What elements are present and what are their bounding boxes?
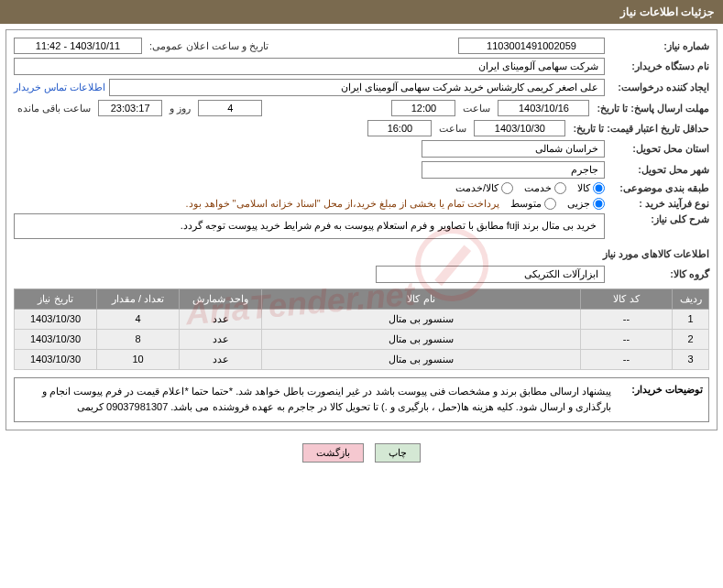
buyer-desc-text: پیشنهاد ارسالی مطابق برند و مشخصات فنی پ… <box>20 384 611 416</box>
th-date: تاریخ نیاز <box>15 289 97 309</box>
goods-info-title: اطلاعات کالاهای مورد نیاز <box>14 248 709 260</box>
summary-label: شرح کلی نیاز: <box>608 213 709 225</box>
th-code: کد کالا <box>581 289 673 309</box>
requester-value: علی اصغر کریمی کارشناس خرید شرکت سهامی آ… <box>109 79 605 96</box>
radio-partial-label: جزیی <box>567 198 590 210</box>
cell-code: -- <box>581 309 673 329</box>
cell-date: 1403/10/30 <box>15 329 97 349</box>
radio-partial[interactable]: جزیی <box>567 198 605 210</box>
table-row: 1--سنسور بی متالعدد41403/10/30 <box>15 309 709 329</box>
cell-unit: عدد <box>180 309 262 329</box>
table-row: 2--سنسور بی متالعدد81403/10/30 <box>15 329 709 349</box>
city-value: جاجرم <box>422 161 605 179</box>
content-panel: شماره نیاز: 1103001491002059 تاریخ و ساع… <box>5 29 718 430</box>
radio-medium-label: متوسط <box>510 198 542 210</box>
reply-deadline-label: مهلت ارسال پاسخ: تا تاریخ: <box>593 103 709 114</box>
process-radio-group: جزیی متوسط <box>510 198 605 210</box>
page-header: جزئیات اطلاعات نیاز <box>0 0 723 24</box>
buyer-desc-label: توضیحات خریدار: <box>611 384 703 416</box>
province-label: استان محل تحویل: <box>608 143 709 155</box>
cell-name: سنسور بی متال <box>262 329 581 349</box>
cell-qty: 4 <box>97 309 180 329</box>
hours-left: 23:03:17 <box>98 100 162 116</box>
cell-code: -- <box>581 349 673 369</box>
cell-code: -- <box>581 329 673 349</box>
announce-label: تاریخ و ساعت اعلان عمومی: <box>146 40 272 52</box>
days-label: روز و <box>166 103 194 114</box>
cell-name: سنسور بی متال <box>262 309 581 329</box>
buyer-org-label: نام دستگاه خریدار: <box>608 60 709 72</box>
time-label-1: ساعت <box>459 103 494 114</box>
announce-value: 1403/10/11 - 11:42 <box>14 38 142 54</box>
validity-label: حداقل تاریخ اعتبار قیمت: تا تاریخ: <box>569 123 709 135</box>
radio-service[interactable]: خدمت <box>524 182 566 194</box>
back-button[interactable]: بازگشت <box>302 443 364 463</box>
time-label-2: ساعت <box>435 123 470 135</box>
cell-date: 1403/10/30 <box>15 309 97 329</box>
radio-both[interactable]: کالا/خدمت <box>455 182 513 194</box>
radio-partial-input[interactable] <box>593 198 605 210</box>
city-label: شهر محل تحویل: <box>608 164 709 176</box>
table-row: 3--سنسور بی متالعدد101403/10/30 <box>15 349 709 369</box>
cell-no: 2 <box>673 329 709 349</box>
reply-time: 12:00 <box>391 100 455 116</box>
table-header-row: ردیف کد کالا نام کالا واحد شمارش تعداد /… <box>15 289 709 309</box>
cell-date: 1403/10/30 <box>15 349 97 369</box>
need-no-label: شماره نیاز: <box>608 40 709 52</box>
footer-buttons: چاپ بازگشت <box>0 436 723 470</box>
buyer-notes-box: توضیحات خریدار: پیشنهاد ارسالی مطابق برن… <box>14 377 709 422</box>
group-label: گروه کالا: <box>608 268 709 280</box>
radio-service-label: خدمت <box>524 182 552 194</box>
province-value: خراسان شمالی <box>422 140 605 158</box>
days-left: 4 <box>198 100 262 116</box>
th-name: نام کالا <box>262 289 581 309</box>
cell-qty: 8 <box>97 329 180 349</box>
summary-box: خرید بی متال برند fuji مطابق با تصاویر و… <box>14 213 605 239</box>
remain-label: ساعت باقی مانده <box>14 103 94 114</box>
requester-label: ایجاد کننده درخواست: <box>608 82 709 93</box>
category-radio-group: کالا خدمت کالا/خدمت <box>455 182 605 194</box>
th-no: ردیف <box>673 289 709 309</box>
cell-unit: عدد <box>180 349 262 369</box>
cell-unit: عدد <box>180 329 262 349</box>
radio-medium-input[interactable] <box>544 198 556 210</box>
cell-name: سنسور بی متال <box>262 349 581 369</box>
radio-both-input[interactable] <box>501 182 513 194</box>
radio-goods[interactable]: کالا <box>577 182 605 194</box>
th-unit: واحد شمارش <box>180 289 262 309</box>
radio-goods-input[interactable] <box>593 182 605 194</box>
reply-date: 1403/10/16 <box>498 100 589 116</box>
payment-note: پرداخت تمام یا بخشی از مبلغ خرید،از محل … <box>185 198 499 210</box>
cell-qty: 10 <box>97 349 180 369</box>
cell-no: 1 <box>673 309 709 329</box>
goods-table: ردیف کد کالا نام کالا واحد شمارش تعداد /… <box>14 289 709 370</box>
radio-medium[interactable]: متوسط <box>510 198 556 210</box>
process-label: نوع فرآیند خرید : <box>608 198 709 210</box>
radio-both-label: کالا/خدمت <box>455 182 498 194</box>
validity-time: 16:00 <box>367 120 432 136</box>
group-value: ابزارآلات الکتریکی <box>376 266 605 283</box>
buyer-org-value: شرکت سهامی آلومینای ایران <box>14 58 605 75</box>
contact-link[interactable]: اطلاعات تماس خریدار <box>14 82 105 93</box>
radio-goods-label: کالا <box>577 182 590 194</box>
radio-service-input[interactable] <box>554 182 566 194</box>
need-no-value: 1103001491002059 <box>458 38 605 54</box>
th-qty: تعداد / مقدار <box>97 289 180 309</box>
print-button[interactable]: چاپ <box>375 443 421 463</box>
cell-no: 3 <box>673 349 709 369</box>
validity-date: 1403/10/30 <box>474 120 565 136</box>
category-label: طبقه بندی موضوعی: <box>608 182 709 194</box>
